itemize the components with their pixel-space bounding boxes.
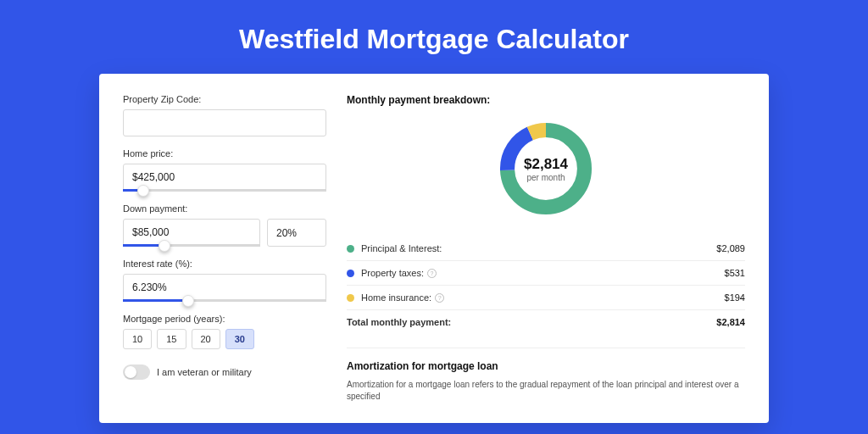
form-panel: Property Zip Code: Home price: Down paym… [123, 94, 326, 403]
home-price-input[interactable] [123, 164, 326, 191]
legend-row: Principal & Interest:$2,089 [347, 236, 745, 261]
donut-chart: $2,814 per month [495, 118, 597, 220]
period-btn-15[interactable]: 15 [157, 329, 186, 349]
legend-row: Home insurance:?$194 [347, 286, 745, 310]
breakdown-panel: Monthly payment breakdown: $2,814 per mo… [347, 94, 745, 403]
slider-thumb[interactable] [182, 295, 194, 307]
field-interest: Interest rate (%): [123, 259, 326, 302]
legend-dot [347, 294, 354, 302]
legend-label: Property taxes:? [361, 268, 725, 278]
field-zip: Property Zip Code: [123, 94, 326, 136]
veteran-toggle[interactable] [123, 364, 150, 380]
field-home-price: Home price: [123, 148, 326, 192]
legend-row: Property taxes:?$531 [347, 261, 745, 286]
amort-title: Amortization for mortgage loan [347, 360, 745, 372]
interest-label: Interest rate (%): [123, 259, 326, 269]
field-down-payment: Down payment: [123, 203, 326, 247]
legend-amount: $531 [725, 268, 745, 278]
period-buttons: 10152030 [123, 329, 326, 349]
legend-dot [347, 245, 354, 253]
home-price-label: Home price: [123, 148, 326, 159]
legend-total-row: Total monthly payment:$2,814 [347, 310, 745, 334]
total-label: Total monthly payment: [347, 317, 716, 327]
slider-thumb[interactable] [159, 240, 170, 252]
breakdown-title: Monthly payment breakdown: [347, 94, 745, 106]
info-icon[interactable]: ? [427, 269, 437, 278]
zip-label: Property Zip Code: [123, 94, 326, 104]
donut-wrap: $2,814 per month [347, 113, 745, 231]
period-btn-30[interactable]: 30 [225, 329, 254, 349]
period-label: Mortgage period (years): [123, 314, 326, 324]
donut-sub: per month [524, 173, 568, 182]
donut-value: $2,814 [524, 156, 568, 173]
down-payment-slider[interactable] [123, 244, 260, 247]
period-btn-10[interactable]: 10 [123, 329, 152, 349]
info-icon[interactable]: ? [435, 293, 444, 303]
interest-slider[interactable] [123, 299, 326, 302]
legend-amount: $2,089 [716, 243, 745, 253]
zip-input[interactable] [123, 109, 326, 136]
total-amount: $2,814 [716, 317, 745, 327]
amortization-section: Amortization for mortgage loan Amortizat… [347, 348, 745, 403]
toggle-knob [125, 366, 136, 378]
veteran-label: I am veteran or military [157, 367, 252, 377]
field-period: Mortgage period (years): 10152030 [123, 314, 326, 349]
legend-label: Principal & Interest: [361, 243, 716, 253]
down-payment-label: Down payment: [123, 203, 326, 214]
veteran-toggle-row: I am veteran or military [123, 364, 326, 380]
calculator-card: Property Zip Code: Home price: Down paym… [99, 74, 769, 423]
period-btn-20[interactable]: 20 [192, 329, 220, 349]
home-price-slider[interactable] [123, 189, 326, 192]
legend-dot [347, 270, 354, 277]
page-title: Westfield Mortgage Calculator [0, 0, 868, 74]
legend-label: Home insurance:? [361, 292, 725, 303]
down-payment-pct-input[interactable] [267, 219, 326, 247]
legend-amount: $194 [725, 292, 745, 303]
amort-text: Amortization for a mortgage loan refers … [347, 379, 745, 403]
legend: Principal & Interest:$2,089Property taxe… [347, 236, 745, 334]
interest-input[interactable] [123, 274, 326, 301]
down-payment-input[interactable] [123, 219, 260, 246]
slider-thumb[interactable] [137, 185, 149, 197]
